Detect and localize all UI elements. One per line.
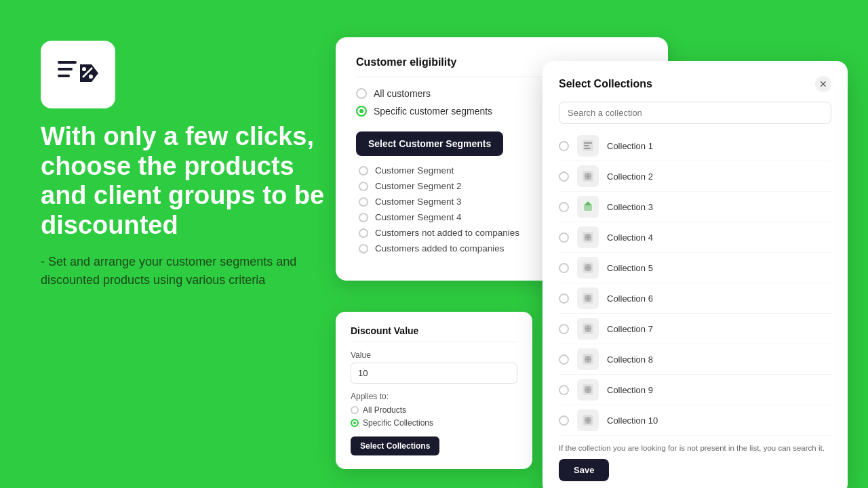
collection-item-8[interactable]: Collection 8 <box>559 344 831 375</box>
radio-all-label: All customers <box>374 88 431 99</box>
value-input[interactable] <box>351 363 517 384</box>
collection-item-10[interactable]: Collection 10 <box>559 405 831 436</box>
select-collections-button[interactable]: Select Collections <box>351 436 439 455</box>
save-button[interactable]: Save <box>559 459 609 481</box>
segment-label-5: Customers not added to companies <box>375 228 519 238</box>
discount-title: Discount Value <box>351 325 517 342</box>
collection-thumb-5 <box>577 257 599 279</box>
segment-radio-6 <box>359 244 368 253</box>
collection-item-5[interactable]: Collection 5 <box>559 253 831 283</box>
collection-name-7: Collection 7 <box>607 324 831 334</box>
collection-name-6: Collection 6 <box>607 293 831 304</box>
collection-thumb-10 <box>577 409 599 431</box>
close-button[interactable]: ✕ <box>815 76 831 92</box>
segment-radio-1 <box>359 166 368 176</box>
collection-item-9[interactable]: Collection 9 <box>559 375 831 405</box>
svg-rect-0 <box>58 61 77 64</box>
svg-rect-1 <box>58 68 73 70</box>
collection-thumb-2 <box>577 165 599 187</box>
modal-header: Select Collections ✕ <box>559 76 831 92</box>
segment-radio-3 <box>359 197 368 207</box>
discount-card: Discount Value Value Applies to: All Pro… <box>336 312 532 469</box>
collection-name-5: Collection 5 <box>607 263 831 273</box>
value-label: Value <box>351 350 517 360</box>
modal-footer-note: If the collection you are looking for is… <box>559 444 831 452</box>
segment-label-2: Customer Segment 2 <box>375 181 462 191</box>
collection-thumb-3 <box>577 196 599 218</box>
collection-radio-5 <box>559 263 569 273</box>
collection-name-9: Collection 9 <box>607 385 831 395</box>
collection-item-6[interactable]: Collection 6 <box>559 283 831 314</box>
segment-radio-4 <box>359 213 368 222</box>
radio-circle-specific <box>356 106 367 117</box>
collection-thumb-8 <box>577 348 599 370</box>
collections-modal: Select Collections ✕ Collection 1 Collec… <box>542 61 848 488</box>
subtext: - Set and arrange your customer segments… <box>41 253 326 289</box>
collection-thumb-7 <box>577 318 599 340</box>
collection-name-1: Collection 1 <box>607 141 831 151</box>
segment-radio-2 <box>359 182 368 191</box>
collection-thumb-1 <box>577 135 599 157</box>
logo-icon <box>54 54 102 95</box>
collection-item-1[interactable]: Collection 1 <box>559 131 831 161</box>
collection-radio-4 <box>559 232 569 243</box>
segment-label-6: Customers added to companies <box>375 243 505 253</box>
collection-name-8: Collection 8 <box>607 354 831 365</box>
headline: With only a few clicks, choose the produ… <box>41 122 326 241</box>
radio-specific-collections[interactable]: Specific Collections <box>351 418 517 428</box>
radio-circle-all <box>356 88 367 99</box>
radio-specific-label: Specific customer segments <box>374 106 492 117</box>
segment-label-3: Customer Segment 3 <box>375 197 462 207</box>
all-products-label: All Products <box>363 405 406 415</box>
collection-item-4[interactable]: Collection 4 <box>559 222 831 253</box>
svg-point-5 <box>89 75 93 79</box>
svg-rect-8 <box>584 145 589 146</box>
svg-rect-9 <box>584 148 591 149</box>
radio-all-products[interactable]: All Products <box>351 405 517 415</box>
left-section: With only a few clicks, choose the produ… <box>41 41 326 289</box>
svg-rect-7 <box>584 142 592 144</box>
svg-rect-15 <box>584 205 592 211</box>
collection-search-input[interactable] <box>559 102 831 124</box>
collection-radio-2 <box>559 171 569 182</box>
collection-item-2[interactable]: Collection 2 <box>559 161 831 192</box>
collection-radio-8 <box>559 354 569 365</box>
collection-name-2: Collection 2 <box>607 171 831 182</box>
collection-radio-10 <box>559 415 569 426</box>
segment-label-4: Customer Segment 4 <box>375 212 462 222</box>
collection-thumb-9 <box>577 379 599 401</box>
specific-collections-label: Specific Collections <box>363 418 433 428</box>
collection-thumb-6 <box>577 287 599 309</box>
svg-point-3 <box>82 67 86 71</box>
collection-name-4: Collection 4 <box>607 232 831 243</box>
collection-radio-3 <box>559 202 569 212</box>
modal-title: Select Collections <box>559 78 652 90</box>
collection-radio-6 <box>559 293 569 304</box>
xs-radio-all <box>351 406 359 414</box>
applies-label: Applies to: <box>351 392 517 401</box>
collection-thumb-4 <box>577 226 599 248</box>
segment-label-1: Customer Segment <box>375 165 454 176</box>
collection-name-3: Collection 3 <box>607 202 831 212</box>
segment-radio-5 <box>359 228 368 238</box>
collection-radio-7 <box>559 324 569 334</box>
select-segments-button[interactable]: Select Customer Segments <box>356 131 503 156</box>
collections-list: Collection 1 Collection 2 Collection 3 C… <box>559 131 831 436</box>
collection-name-10: Collection 10 <box>607 415 831 426</box>
collection-radio-1 <box>559 141 569 151</box>
collection-item-7[interactable]: Collection 7 <box>559 314 831 344</box>
collection-item-3[interactable]: Collection 3 <box>559 192 831 222</box>
logo-box <box>41 41 115 108</box>
collection-radio-9 <box>559 385 569 395</box>
xs-radio-specific <box>351 419 359 427</box>
svg-rect-2 <box>58 75 70 77</box>
